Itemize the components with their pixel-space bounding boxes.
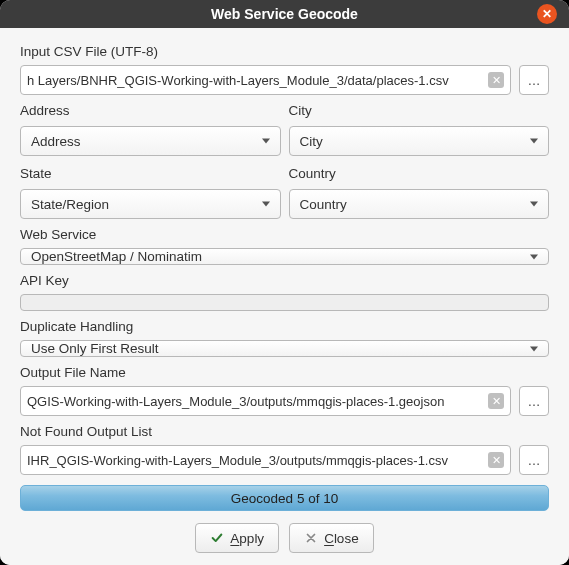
not-found-browse-button[interactable]: … (519, 445, 549, 475)
web-service-select[interactable]: OpenStreetMap / Nominatim (20, 248, 549, 265)
output-file-browse-button[interactable]: … (519, 386, 549, 416)
output-file-field-wrap: ✕ (20, 386, 511, 416)
input-csv-field-wrap: ✕ (20, 65, 511, 95)
progress-bar: Geocoded 5 of 10 (20, 485, 549, 511)
progress-text: Geocoded 5 of 10 (231, 491, 338, 506)
not-found-field-wrap: ✕ (20, 445, 511, 475)
city-label: City (289, 103, 550, 118)
window-title: Web Service Geocode (211, 6, 358, 22)
close-button[interactable]: Close (289, 523, 374, 553)
input-csv-browse-button[interactable]: … (519, 65, 549, 95)
city-select-value: City (300, 134, 323, 149)
output-file-clear-button[interactable]: ✕ (488, 393, 504, 409)
web-service-label: Web Service (20, 227, 549, 242)
address-select-value: Address (31, 134, 81, 149)
address-select[interactable]: Address (20, 126, 281, 156)
country-select[interactable]: Country (289, 189, 550, 219)
duplicate-label: Duplicate Handling (20, 319, 549, 334)
country-label: Country (289, 166, 550, 181)
chevron-down-icon (530, 202, 538, 207)
clear-icon: ✕ (492, 395, 501, 408)
not-found-label: Not Found Output List (20, 424, 549, 439)
state-label: State (20, 166, 281, 181)
duplicate-select[interactable]: Use Only First Result (20, 340, 549, 357)
close-label: lose (334, 531, 359, 546)
chevron-down-icon (530, 254, 538, 259)
state-select-value: State/Region (31, 197, 109, 212)
duplicate-value: Use Only First Result (31, 341, 159, 356)
check-icon (210, 531, 224, 545)
apply-button[interactable]: Apply (195, 523, 279, 553)
apply-label: pply (239, 531, 264, 546)
clear-icon: ✕ (492, 74, 501, 87)
output-file-field[interactable] (27, 394, 488, 409)
web-service-value: OpenStreetMap / Nominatim (31, 249, 202, 264)
api-key-label: API Key (20, 273, 549, 288)
chevron-down-icon (530, 139, 538, 144)
window-close-button[interactable]: ✕ (537, 4, 557, 24)
dialog-content: Input CSV File (UTF-8) ✕ … Address City … (0, 28, 569, 565)
output-file-label: Output File Name (20, 365, 549, 380)
not-found-field[interactable] (27, 453, 488, 468)
chevron-down-icon (262, 202, 270, 207)
clear-icon: ✕ (492, 454, 501, 467)
input-csv-label: Input CSV File (UTF-8) (20, 44, 549, 59)
input-csv-field[interactable] (27, 73, 488, 88)
not-found-clear-button[interactable]: ✕ (488, 452, 504, 468)
titlebar: Web Service Geocode ✕ (0, 0, 569, 28)
api-key-field-wrap (20, 294, 549, 311)
chevron-down-icon (262, 139, 270, 144)
close-icon: ✕ (542, 7, 552, 21)
dialog-button-row: Apply Close (20, 523, 549, 553)
dialog-window: Web Service Geocode ✕ Input CSV File (UT… (0, 0, 569, 565)
cancel-icon (304, 531, 318, 545)
api-key-field[interactable] (27, 295, 542, 310)
state-select[interactable]: State/Region (20, 189, 281, 219)
chevron-down-icon (530, 346, 538, 351)
input-csv-clear-button[interactable]: ✕ (488, 72, 504, 88)
country-select-value: Country (300, 197, 347, 212)
city-select[interactable]: City (289, 126, 550, 156)
address-label: Address (20, 103, 281, 118)
